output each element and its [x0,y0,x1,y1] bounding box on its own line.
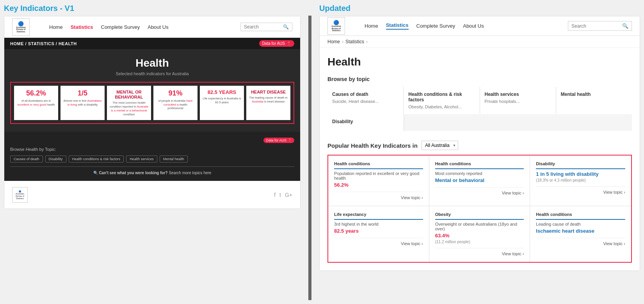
v1-indicator-card-6[interactable]: HEART DISEASE The leading cause of death… [246,86,290,120]
v1-indicator-card-5[interactable]: 82.5 YEARS Life expectancy in Australia … [200,86,244,120]
abs-logo-v2: 🔵 AustralianBureau ofStatistics [327,17,345,35]
indicator-value-1: 56.2% [16,90,56,97]
v1-topic-health-services[interactable]: Health services [126,156,157,163]
v2-content: Health Browse by topic Causes of death S… [320,48,640,270]
v1-indicator-card-2[interactable]: 1/5 Almost one in five Australians is li… [60,86,105,120]
twitter-icon[interactable]: t [279,192,281,198]
v2-breadcrumb-home[interactable]: Home [327,39,340,44]
googleplus-icon[interactable]: G+ [285,192,292,198]
v2-card-value-2: Mental or behavioral [435,177,524,183]
v1-breadcrumb: HOME / STATISTICS / HEALTH [10,41,77,46]
v1-indicator-card-3[interactable]: MENTAL OR BEHAVIORAL The most common hea… [107,86,151,120]
v1-browse-header: Data for AUS 📍 [10,138,294,143]
v2-view-topic-5[interactable]: View topic › [435,248,524,256]
v2-indicator-3[interactable]: Disability 1 in 5 living with disability… [530,156,631,206]
v2-card-value-4: 82.5 years [334,228,423,234]
v2-popular-title: Popular Health Key Indicators in [327,142,418,149]
v2-view-topic-6[interactable]: View topic › [536,238,625,246]
v2-browser: 🔵 AustralianBureau ofStatistics Home Sta… [319,16,640,271]
v2-nav-complete-survey[interactable]: Complete Survey [416,23,455,29]
v2-card-label-6: Leading cause of death [536,222,625,226]
v2-indicator-5[interactable]: Obesity Overweight or obese Australians … [429,206,530,262]
v2-view-topic-1[interactable]: View topic › [334,192,423,200]
v2-indicator-4[interactable]: Life expectancy 3rd highest in the world… [328,206,429,262]
v2-card-label-1: Population reported in excellent or very… [334,171,423,180]
v2-card-value-6: Ischaemic heart disease [536,228,625,234]
v2-topic-empty [404,114,632,131]
v2-nav-links: Home Statistics Complete Survey About Us [365,22,484,30]
panel-divider [308,16,311,300]
v2-breadcrumb-statistics[interactable]: Statistics [345,39,364,44]
v1-footer: 🔵AustralianBureau ofStatistics f t G+ [4,181,300,209]
v1-search-bar[interactable]: 🔍 [240,23,292,31]
v1-nav-home[interactable]: Home [49,24,63,30]
v2-popular-section: Popular Health Key Indicators in All Aus… [327,141,632,263]
v2-card-note-5: (11.2 million people) [435,240,524,244]
v2-topic-mental-health[interactable]: Mental health [556,87,632,114]
v2-nav-about-us[interactable]: About Us [463,23,484,29]
v1-nav-links: Home Statistics Complete Survey About Us [49,24,169,30]
chevron-right-icon-3: › [624,190,625,194]
v1-topic-causes-death[interactable]: Causes of death [10,156,43,163]
v2-nav: 🔵 AustralianBureau ofStatistics Home Sta… [320,16,640,36]
v1-search-input[interactable] [244,24,283,30]
v2-topic-health-conditions[interactable]: Health conditions & risk factors Obesity… [404,87,479,114]
search-icon: 🔍 [283,24,289,30]
facebook-icon[interactable]: f [274,192,276,198]
chevron-right-icon-2: › [523,191,524,195]
v2-page-title: Health [327,56,632,68]
breadcrumb-home[interactable]: HOME [10,41,24,46]
indicator-desc-3: The most common health condition reporte… [109,101,149,116]
v2-topic-disability[interactable]: Disability [327,114,404,131]
v1-browse-title: Browse Health by Topic: [10,147,294,152]
indicator-desc-1: of all Australians are in excellent or v… [16,99,56,107]
v1-indicator-card-4[interactable]: 91% of people in Australia have consulte… [153,86,197,120]
abs-logo-v1: 🔵 AustralianBureau ofStatistics [12,18,30,36]
v2-nav-home[interactable]: Home [365,23,378,29]
v1-indicators-grid: 56.2% of all Australians are in excellen… [10,82,294,124]
v1-topic-mental-health[interactable]: Mental health [160,156,188,163]
v2-topic-causes-death[interactable]: Causes of death Suicide, Heart disease..… [327,87,403,114]
v2-region-dropdown[interactable]: All Australia [422,141,458,150]
v2-indicator-2[interactable]: Health conditions Most commonly reported… [429,156,530,206]
v2-nav-statistics[interactable]: Statistics [386,22,409,30]
v1-indicator-card-1[interactable]: 56.2% of all Australians are in excellen… [14,86,58,120]
location-icon-2: 📍 [288,138,292,142]
v1-page-subtitle: Selected health indicators for Australia [10,71,294,76]
v2-browse-topic-title: Browse by topic [327,76,632,82]
v1-data-badge-2[interactable]: Data for AUS 📍 [263,138,294,143]
search-more-link[interactable]: Search more topics here [169,171,211,175]
v1-nav-statistics[interactable]: Statistics [71,24,93,30]
v1-topic-health-conditions[interactable]: Health conditions & risk factors [69,156,124,163]
v2-view-topic-3[interactable]: View topic › [536,186,625,194]
v2-card-category-6: Health conditions [536,212,625,220]
v2-card-label-2: Most commonly reported [435,171,524,176]
v2-region-dropdown-wrapper: All Australia [422,141,458,150]
v2-indicator-1[interactable]: Health conditions Population reported in… [328,156,429,206]
v2-search-icon[interactable]: 🔍 [622,23,628,29]
v2-view-topic-2[interactable]: View topic › [435,187,524,195]
v2-indicators-grid: Health conditions Population reported in… [327,155,632,263]
v1-nav-about-us[interactable]: About Us [148,24,168,30]
breadcrumb-statistics[interactable]: STATISTICS [28,41,55,46]
v2-search-input[interactable] [571,23,622,29]
v2-card-category-3: Disability [536,161,625,169]
v1-breadcrumb-bar: HOME / STATISTICS / HEALTH Data for AUS … [4,38,300,49]
v1-browser: 🔵 AustralianBureau ofStatistics Home Sta… [4,16,301,209]
footer-social: f t G+ [274,192,292,198]
v1-hero: Health Selected health indicators for Au… [4,49,300,132]
v2-search-bar[interactable]: 🔍 [568,21,632,31]
v1-nav-complete-survey[interactable]: Complete Survey [101,24,140,30]
v2-breadcrumb: Home › Statistics › [320,36,640,48]
abs-logo-footer: 🔵AustralianBureau ofStatistics [12,187,28,203]
v2-topic-health-services[interactable]: Health services Private hospitals... [480,87,556,114]
v2-view-topic-4[interactable]: View topic › [334,238,423,246]
data-for-aus-badge[interactable]: Data for AUS 📍 [259,40,294,47]
v2-popular-header: Popular Health Key Indicators in All Aus… [327,141,632,150]
v1-topic-disability[interactable]: Disability [45,156,66,163]
v2-indicator-6[interactable]: Health conditions Leading cause of death… [530,206,631,262]
indicator-desc-2: Almost one in five Australians is living… [63,99,102,107]
v2-card-label-5: Overweight or obese Australians (18yo an… [435,222,524,231]
chevron-right-icon-4: › [422,241,423,246]
v2-card-note-3: (18.3% or 4.3 million people) [536,178,625,182]
